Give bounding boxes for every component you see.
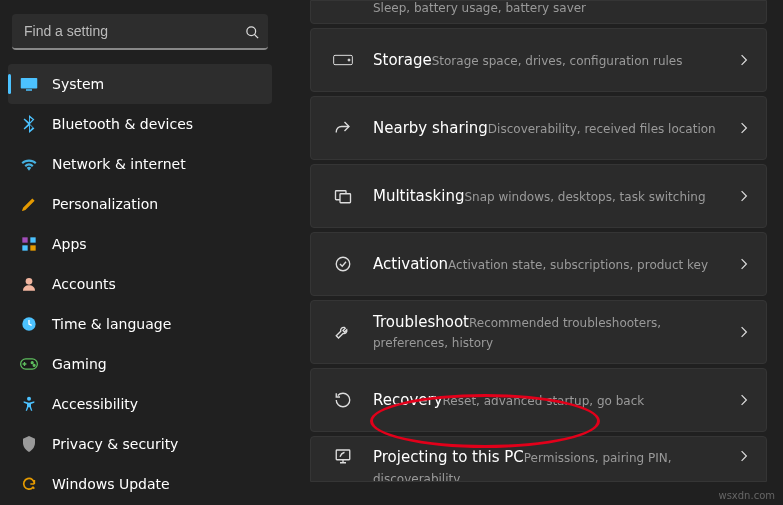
- sidebar-item-label: Time & language: [52, 316, 171, 332]
- sidebar-item-personalization[interactable]: Personalization: [8, 184, 272, 224]
- setting-card-multitasking[interactable]: MultitaskingSnap windows, desktops, task…: [310, 164, 767, 228]
- svg-point-13: [27, 397, 31, 401]
- svg-point-0: [247, 26, 256, 35]
- storage-icon: [319, 54, 367, 66]
- setting-card-projecting-to-this-pc[interactable]: Projecting to this PCPermissions, pairin…: [310, 436, 767, 482]
- svg-rect-17: [340, 194, 351, 203]
- projecting-icon: [319, 447, 367, 465]
- svg-point-8: [26, 278, 33, 285]
- watermark: wsxdn.com: [718, 490, 775, 501]
- chevron-right-icon: [738, 323, 750, 342]
- sidebar-item-bluetooth-devices[interactable]: Bluetooth & devices: [8, 104, 272, 144]
- accessibility-icon: [20, 395, 38, 413]
- search-icon[interactable]: [245, 14, 260, 50]
- card-text: MultitaskingSnap windows, desktops, task…: [367, 186, 738, 207]
- troubleshoot-icon: [319, 323, 367, 341]
- svg-point-15: [348, 59, 350, 61]
- chevron-right-icon: [738, 119, 750, 138]
- sidebar-item-gaming[interactable]: Gaming: [8, 344, 272, 384]
- card-title: Projecting to this PC: [373, 448, 524, 466]
- sidebar-item-network-internet[interactable]: Network & internet: [8, 144, 272, 184]
- sidebar-item-label: Gaming: [52, 356, 107, 372]
- card-subtitle: Snap windows, desktops, task switching: [464, 190, 705, 204]
- accounts-icon: [20, 275, 38, 293]
- card-title: Multitasking: [373, 187, 464, 205]
- card-text: ActivationActivation state, subscription…: [367, 254, 738, 275]
- card-text: StorageStorage space, drives, configurat…: [367, 50, 738, 71]
- card-title: Troubleshoot: [373, 313, 469, 331]
- sidebar-item-accessibility[interactable]: Accessibility: [8, 384, 272, 424]
- gaming-icon: [20, 355, 38, 373]
- activation-icon: [319, 255, 367, 273]
- svg-point-11: [31, 362, 33, 364]
- svg-rect-5: [30, 237, 35, 242]
- card-text: RecoveryReset, advanced startup, go back: [367, 390, 738, 411]
- card-text: Sleep, battery usage, battery saver: [367, 0, 750, 17]
- time-icon: [20, 315, 38, 333]
- multitask-icon: [319, 187, 367, 205]
- sidebar-item-time-language[interactable]: Time & language: [8, 304, 272, 344]
- card-subtitle: Reset, advanced startup, go back: [443, 394, 645, 408]
- privacy-icon: [20, 435, 38, 453]
- card-text: Projecting to this PCPermissions, pairin…: [367, 447, 738, 482]
- setting-card-activation[interactable]: ActivationActivation state, subscription…: [310, 232, 767, 296]
- svg-rect-6: [22, 245, 27, 250]
- settings-main-panel: Sleep, battery usage, battery saverStora…: [280, 0, 783, 505]
- sidebar-item-label: Privacy & security: [52, 436, 178, 452]
- card-title: Activation: [373, 255, 448, 273]
- card-title: Recovery: [373, 391, 443, 409]
- recovery-icon: [319, 391, 367, 409]
- svg-line-1: [254, 34, 258, 38]
- chevron-right-icon: [738, 447, 750, 466]
- sidebar-item-apps[interactable]: Apps: [8, 224, 272, 264]
- search-input[interactable]: [12, 14, 268, 50]
- sidebar-item-accounts[interactable]: Accounts: [8, 264, 272, 304]
- system-icon: [20, 75, 38, 93]
- card-subtitle: Discoverability, received files location: [488, 122, 716, 136]
- card-text: Nearby sharingDiscoverability, received …: [367, 118, 738, 139]
- svg-rect-3: [26, 89, 32, 91]
- chevron-right-icon: [738, 51, 750, 70]
- search-box: [12, 14, 268, 50]
- svg-point-12: [33, 364, 35, 366]
- sidebar-item-label: Apps: [52, 236, 87, 252]
- setting-card-nearby-sharing[interactable]: Nearby sharingDiscoverability, received …: [310, 96, 767, 160]
- sidebar-item-label: Personalization: [52, 196, 158, 212]
- apps-icon: [20, 235, 38, 253]
- setting-card-troubleshoot[interactable]: TroubleshootRecommended troubleshooters,…: [310, 300, 767, 364]
- card-text: TroubleshootRecommended troubleshooters,…: [367, 312, 738, 352]
- network-icon: [20, 155, 38, 173]
- sidebar-item-system[interactable]: System: [8, 64, 272, 104]
- update-icon: [20, 475, 38, 493]
- svg-rect-19: [336, 450, 350, 460]
- sidebar-item-label: Network & internet: [52, 156, 186, 172]
- sidebar-item-label: Bluetooth & devices: [52, 116, 193, 132]
- sidebar-item-windows-update[interactable]: Windows Update: [8, 464, 272, 504]
- sidebar-item-label: Accounts: [52, 276, 116, 292]
- chevron-right-icon: [738, 391, 750, 410]
- share-icon: [319, 119, 367, 137]
- card-subtitle: Storage space, drives, configuration rul…: [432, 54, 683, 68]
- card-subtitle: Sleep, battery usage, battery saver: [373, 1, 586, 15]
- card-title: Storage: [373, 51, 432, 69]
- sidebar-item-privacy-security[interactable]: Privacy & security: [8, 424, 272, 464]
- card-title: Nearby sharing: [373, 119, 488, 137]
- svg-rect-2: [21, 78, 38, 89]
- svg-point-18: [336, 257, 350, 271]
- chevron-right-icon: [738, 255, 750, 274]
- setting-card-recovery[interactable]: RecoveryReset, advanced startup, go back: [310, 368, 767, 432]
- sidebar-item-label: System: [52, 76, 104, 92]
- sidebar-item-label: Accessibility: [52, 396, 138, 412]
- settings-sidebar: SystemBluetooth & devicesNetwork & inter…: [0, 0, 280, 505]
- setting-card-storage[interactable]: StorageStorage space, drives, configurat…: [310, 28, 767, 92]
- sidebar-item-label: Windows Update: [52, 476, 170, 492]
- bluetooth-icon: [20, 115, 38, 133]
- setting-card-power[interactable]: Sleep, battery usage, battery saver: [310, 0, 767, 24]
- svg-rect-7: [30, 245, 35, 250]
- personalization-icon: [20, 195, 38, 213]
- chevron-right-icon: [738, 187, 750, 206]
- card-subtitle: Activation state, subscriptions, product…: [448, 258, 708, 272]
- svg-rect-4: [22, 237, 27, 242]
